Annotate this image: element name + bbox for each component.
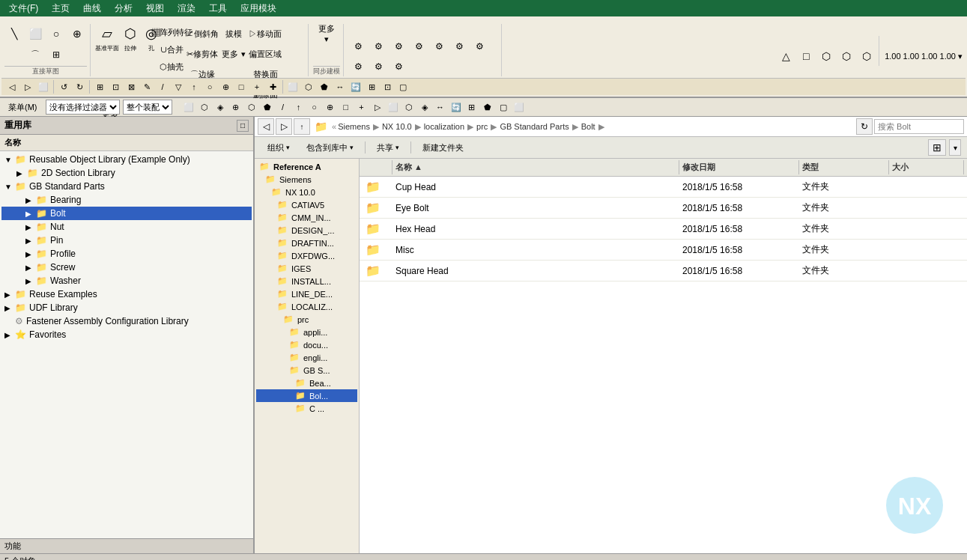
std-tb10[interactable]: ⚙ (389, 57, 408, 76)
nav-localize[interactable]: 📁 LOCALIZ... (256, 300, 357, 313)
organize-btn[interactable]: 组织 ▾ (261, 140, 297, 156)
tb2-3[interactable]: ⬜ (36, 79, 51, 94)
view-tb20[interactable]: ⬟ (480, 100, 495, 115)
view-tb2[interactable]: ⬡ (197, 100, 212, 115)
std-tb8[interactable]: ⚙ (348, 57, 368, 76)
tb2-11[interactable]: ▽ (171, 79, 186, 94)
tree-item-bolt[interactable]: ▶ 📁 Bolt (1, 207, 252, 220)
draft-btn[interactable]: 拔模 (224, 24, 243, 43)
view-tb8[interactable]: ↑ (291, 100, 306, 115)
nav-reference[interactable]: 📁 Reference A (256, 160, 357, 173)
tb2-10[interactable]: / (155, 79, 170, 94)
file-row-2[interactable]: 📁 Hex Head 2018/1/5 16:58 文件夹 (360, 219, 967, 240)
point-btn[interactable]: ⊞ (46, 45, 66, 64)
menu-curve[interactable]: 曲线 (77, 1, 107, 16)
view-toggle-btn[interactable]: ⊞ (928, 139, 946, 156)
view-tb7[interactable]: / (276, 100, 291, 115)
nav-line[interactable]: 📁 LINE_DE... (256, 287, 357, 300)
offset-region-btn[interactable]: 偏置区域 (245, 44, 285, 64)
tree-item-2dsection[interactable]: ▶ 📁 2D Section Library (1, 166, 252, 180)
tb2-21[interactable]: ↔ (333, 79, 348, 94)
tree-item-washer[interactable]: ▶ 📁 Washer (1, 274, 252, 287)
tree-item-profile[interactable]: ▶ 📁 Profile (1, 247, 252, 261)
chamfer-btn[interactable]: ↗倒斜角 (182, 24, 222, 43)
assembly-select[interactable]: 整个装配 (123, 100, 172, 115)
view-tb11[interactable]: □ (339, 100, 354, 115)
tb2-1[interactable]: ◁ (4, 79, 19, 94)
tb2-15[interactable]: □ (234, 79, 249, 94)
rt2[interactable]: □ (796, 46, 816, 66)
view-tb21[interactable]: ▢ (496, 100, 511, 115)
tree-item-udf[interactable]: ▶ 📁 UDF Library (1, 301, 252, 314)
tree-item-nut[interactable]: ▶ 📁 Nut (1, 220, 252, 234)
up-btn[interactable]: ↑ (294, 118, 310, 135)
std-tb6[interactable]: ⚙ (449, 37, 469, 56)
tb2-8[interactable]: ⊠ (124, 79, 139, 94)
tb2-5[interactable]: ↻ (72, 79, 87, 94)
nav-prc[interactable]: 📁 prc (256, 313, 357, 326)
tb2-7[interactable]: ⊡ (108, 79, 123, 94)
file-row-4[interactable]: 📁 Square Head 2018/1/5 16:58 文件夹 (360, 261, 967, 281)
nav-cmm[interactable]: 📁 CMM_IN... (256, 211, 357, 224)
filter-select[interactable]: 没有选择过滤器 (46, 100, 120, 115)
rt4[interactable]: ⬡ (837, 46, 856, 66)
view-tb5[interactable]: ⬡ (244, 100, 259, 115)
view-tb3[interactable]: ◈ (213, 100, 228, 115)
rt3[interactable]: ⬡ (816, 46, 836, 66)
nav-siemens[interactable]: 📁 Siemens (256, 173, 357, 186)
col-date[interactable]: 修改日期 (679, 160, 799, 174)
refresh-btn[interactable]: ↻ (856, 118, 873, 135)
tb2-23[interactable]: ⊞ (364, 79, 379, 94)
std-tb5[interactable]: ⚙ (429, 37, 449, 56)
more-sketch-btn[interactable]: ⊕ (67, 24, 87, 43)
menu-render[interactable]: 渲染 (172, 1, 201, 16)
rect-btn[interactable]: ⬜ (25, 24, 45, 43)
tb2-16[interactable]: + (249, 79, 264, 94)
tb2-19[interactable]: ⬡ (301, 79, 316, 94)
nav-drafting[interactable]: 📁 DRAFTIN... (256, 237, 357, 249)
menu-tools[interactable]: 工具 (203, 1, 233, 16)
tb2-12[interactable]: ↑ (187, 79, 201, 94)
tree-item-reuse-examples[interactable]: ▶ 📁 Reuse Examples (1, 287, 252, 301)
panel-close-btn[interactable]: □ (237, 120, 249, 132)
nav-catia[interactable]: 📁 CATIAV5 (256, 198, 357, 211)
std-tb9[interactable]: ⚙ (369, 57, 388, 76)
share-btn[interactable]: 共享 ▾ (370, 140, 406, 156)
tb2-20[interactable]: ⬟ (317, 79, 332, 94)
include-btn[interactable]: 包含到库中 ▾ (300, 140, 360, 156)
tree-item-pin[interactable]: ▶ 📁 Pin (1, 234, 252, 247)
nav-design[interactable]: 📁 DESIGN_... (256, 224, 357, 237)
std-tb3[interactable]: ⚙ (389, 37, 408, 56)
view-tb1[interactable]: ⬜ (181, 100, 196, 115)
menu-analysis[interactable]: 分析 (109, 1, 139, 16)
tb2-18[interactable]: ⬜ (285, 79, 300, 94)
rt1[interactable]: △ (776, 46, 795, 66)
menu-home[interactable]: 主页 (46, 1, 76, 16)
menu-app[interactable]: 应用模块 (234, 1, 282, 16)
view-tb17[interactable]: ↔ (433, 100, 448, 115)
view-tb19[interactable]: ⊞ (464, 100, 479, 115)
col-name[interactable]: 名称 ▲ (392, 160, 679, 174)
nav-iges[interactable]: 📁 IGES (256, 262, 357, 275)
tb2-13[interactable]: ○ (202, 79, 217, 94)
view-tb12[interactable]: + (354, 100, 369, 115)
more-feature-btn[interactable]: 更多 ▾ (224, 44, 243, 64)
datum-plane-btn[interactable]: ▱ (97, 24, 117, 43)
tb2-9[interactable]: ✎ (139, 79, 154, 94)
view-tb18[interactable]: 🔄 (449, 100, 464, 115)
breadcrumb-siemens[interactable]: Siemens (338, 122, 370, 131)
trim-body-btn[interactable]: ✂修剪体 (182, 44, 222, 64)
file-row-1[interactable]: 📁 Eye Bolt 2018/1/5 16:58 文件夹 (360, 198, 967, 219)
nav-gbs[interactable]: 📁 GB S... (256, 364, 357, 377)
col-size[interactable]: 大小 (889, 160, 964, 174)
tree-item-gbstd[interactable]: ▼ 📁 GB Standard Parts (1, 180, 252, 193)
sync-more-btn[interactable]: 更多▾ (317, 24, 336, 43)
back-btn[interactable]: ◁ (258, 118, 274, 135)
tb2-14[interactable]: ⊕ (218, 79, 233, 94)
file-row-3[interactable]: 📁 Misc 2018/1/5 16:58 文件夹 (360, 240, 967, 261)
breadcrumb-prc[interactable]: prc (476, 122, 488, 131)
std-tb4[interactable]: ⚙ (409, 37, 428, 56)
view-tb15[interactable]: ⬡ (401, 100, 416, 115)
view-toggle-arrow[interactable]: ▾ (949, 139, 961, 156)
breadcrumb-bolt[interactable]: Bolt (581, 122, 595, 131)
